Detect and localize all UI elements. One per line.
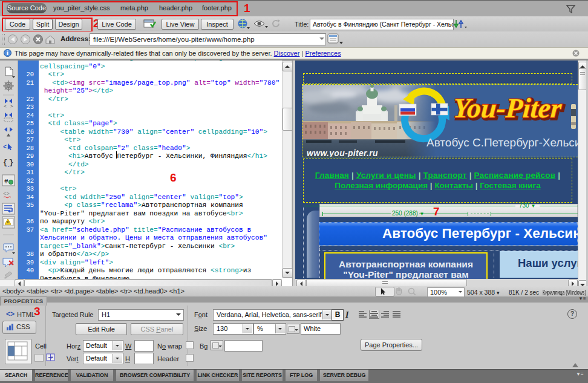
svg-text:<: < [3, 144, 7, 151]
svg-text:}: } [9, 159, 13, 167]
svg-text:You-Piter: You-Piter [452, 93, 563, 123]
svg-text:<>: <> [3, 191, 10, 197]
svg-text:>: > [10, 103, 13, 109]
svg-text:<: < [4, 103, 7, 109]
svg-text:#: # [4, 178, 8, 185]
svg-text:{: { [3, 159, 7, 167]
